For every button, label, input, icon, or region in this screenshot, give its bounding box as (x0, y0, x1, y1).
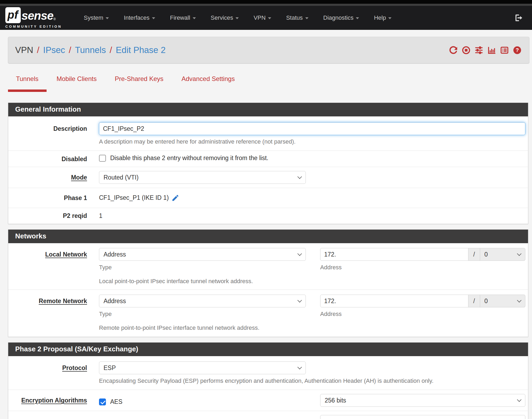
mode-label[interactable]: Mode (8, 171, 87, 181)
row-protocol: Protocol ESP Encapsulating Security Payl… (8, 356, 528, 390)
logo-registered-mark: ® (53, 17, 56, 23)
remote-network-type-help: Type (99, 311, 306, 318)
disabled-checkbox[interactable] (99, 155, 106, 162)
caret-down-icon (193, 17, 196, 19)
prefix-separator: / (468, 248, 480, 261)
description-help: A description may be entered here for ad… (99, 138, 525, 145)
breadcrumb-action-icons: ? (449, 46, 522, 55)
nav-item-help[interactable]: Help (366, 11, 399, 25)
prefix-separator: / (468, 295, 480, 307)
local-network-type-select[interactable]: Address (99, 248, 306, 261)
description-input[interactable] (99, 122, 525, 135)
row-phase1: Phase 1 CF1_IPsec_P1 (IKE ID 1) (8, 188, 528, 208)
protocol-help: Encapsulating Security Payload (ESP) per… (99, 377, 525, 384)
remote-network-description: Remote point-to-point IPsec interface tu… (99, 324, 525, 331)
description-label: Description (8, 122, 87, 133)
tab-tunnels[interactable]: Tunnels (8, 75, 47, 92)
nav-item-status[interactable]: Status (279, 11, 316, 25)
aes-checkbox[interactable] (99, 398, 106, 405)
bar-chart-icon[interactable] (487, 46, 496, 55)
refresh-icon[interactable] (449, 46, 458, 55)
tab-pre-shared-keys[interactable]: Pre-Shared Keys (107, 75, 171, 92)
row-remote-network: Remote Network Address Type (8, 290, 528, 337)
caret-down-icon (106, 17, 109, 19)
nav-item-system[interactable]: System (76, 11, 116, 25)
local-network-prefix-select[interactable]: 0 (480, 248, 525, 261)
tab-bar: Tunnels Mobile Clients Pre-Shared Keys A… (8, 75, 532, 92)
tab-mobile-clients[interactable]: Mobile Clients (49, 75, 105, 92)
svg-text:?: ? (515, 47, 519, 53)
encryption-algorithms-label[interactable]: Encryption Algorithms (8, 394, 87, 404)
row-encryption-aes128gcm: AES128-GCM Auto (8, 411, 528, 419)
main-menu: System Interfaces Firewall Services VPN … (76, 11, 514, 25)
breadcrumb-section: VPN (15, 45, 33, 55)
nav-item-interfaces[interactable]: Interfaces (116, 11, 163, 25)
logout-icon[interactable] (514, 13, 523, 22)
protocol-label[interactable]: Protocol (8, 361, 87, 372)
row-description: Description A description may be entered… (8, 116, 528, 151)
local-network-address-help: Address (320, 264, 525, 271)
section-networks: Networks Local Network Address Type (8, 229, 528, 337)
remote-network-label[interactable]: Remote Network (8, 295, 87, 305)
phase1-value: CF1_IPsec_P1 (IKE ID 1) (99, 194, 169, 201)
page-content: VPN / IPsec / Tunnels / Edit Phase 2 (0, 30, 532, 419)
nav-item-services[interactable]: Services (203, 11, 246, 25)
nav-item-firewall[interactable]: Firewall (163, 11, 203, 25)
aes128gcm-keylength-select[interactable]: Auto (320, 415, 525, 419)
breadcrumb-separator: / (37, 45, 39, 55)
section-phase2-proposal: Phase 2 Proposal (SA/Key Exchange) Proto… (8, 342, 528, 419)
local-network-address-input[interactable] (320, 248, 468, 261)
caret-down-icon (388, 17, 391, 19)
window-top-strip-2 (0, 4, 532, 6)
caret-down-icon (268, 17, 271, 19)
caret-down-icon (356, 17, 359, 19)
local-network-type-help: Type (99, 264, 306, 271)
remote-network-address-help: Address (320, 311, 525, 318)
breadcrumb-current-edit-phase-2[interactable]: Edit Phase 2 (116, 45, 166, 55)
logo-community-edition: COMMUNITY EDITION (5, 25, 62, 29)
nav-item-vpn[interactable]: VPN (246, 11, 279, 25)
row-mode: Mode Routed (VTI) (8, 167, 528, 188)
protocol-select[interactable]: ESP (99, 361, 306, 374)
stop-icon[interactable] (462, 46, 471, 55)
p2reqid-label: P2 reqid (8, 212, 87, 220)
p2reqid-value: 1 (99, 212, 525, 219)
disabled-label: Disabled (8, 154, 87, 163)
logo-sense-text: sense (22, 10, 53, 23)
nav-item-diagnostics[interactable]: Diagnostics (316, 11, 367, 25)
breadcrumb-separator: / (110, 45, 112, 55)
remote-network-type-select[interactable]: Address (99, 295, 306, 307)
row-disabled: Disabled Disable this phase 2 entry with… (8, 151, 528, 167)
help-icon[interactable]: ? (513, 46, 522, 55)
section-title: Phase 2 Proposal (SA/Key Exchange) (8, 343, 528, 356)
disabled-checkbox-label: Disable this phase 2 entry without remov… (110, 154, 268, 162)
section-title: Networks (8, 230, 528, 243)
phase1-label: Phase 1 (8, 193, 87, 202)
aes-keylength-select[interactable]: 256 bits (320, 394, 525, 407)
breadcrumb-panel: VPN / IPsec / Tunnels / Edit Phase 2 (8, 37, 529, 63)
remote-network-prefix-select[interactable]: 0 (480, 295, 525, 307)
caret-down-icon (305, 17, 308, 19)
remote-network-address-input[interactable] (320, 295, 468, 307)
caret-down-icon (236, 17, 239, 19)
caret-down-icon (152, 17, 155, 19)
log-list-icon[interactable] (500, 46, 509, 55)
section-general-information: General Information Description A descri… (8, 103, 528, 224)
sliders-icon[interactable] (475, 46, 483, 55)
pfsense-logo[interactable]: pf sense ® COMMUNITY EDITION (5, 7, 62, 29)
breadcrumb-link-tunnels[interactable]: Tunnels (75, 45, 106, 55)
breadcrumb-separator: / (69, 45, 71, 55)
logo-pf-box: pf (5, 7, 21, 23)
top-navbar: pf sense ® COMMUNITY EDITION System Inte… (0, 6, 532, 30)
breadcrumb: VPN / IPsec / Tunnels / Edit Phase 2 (15, 45, 166, 55)
edit-pencil-icon[interactable] (171, 194, 179, 202)
aes-checkbox-label: AES (110, 398, 122, 405)
tab-advanced-settings[interactable]: Advanced Settings (174, 75, 243, 92)
local-network-label[interactable]: Local Network (8, 248, 87, 258)
row-encryption-aes: Encryption Algorithms AES 256 bits (8, 390, 528, 411)
local-network-description: Local point-to-point IPsec interface tun… (99, 278, 525, 285)
window-top-strip (0, 0, 532, 4)
row-local-network: Local Network Address Type (8, 243, 528, 290)
breadcrumb-link-ipsec[interactable]: IPsec (43, 45, 65, 55)
mode-select[interactable]: Routed (VTI) (99, 171, 306, 184)
